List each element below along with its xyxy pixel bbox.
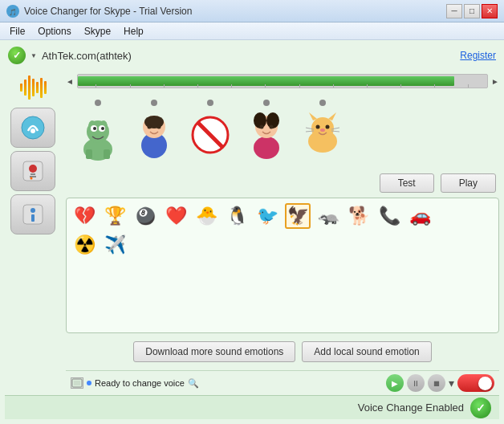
header-left: ✓ ▼ AthTek.com(athtek) <box>8 47 132 64</box>
svg-point-5 <box>29 165 37 173</box>
cat-icon <box>299 108 346 162</box>
voice-dot <box>207 100 213 106</box>
svg-rect-11 <box>31 214 35 222</box>
slider-row: ◄ <box>66 71 499 92</box>
test-button[interactable]: Test <box>380 173 434 193</box>
logo-checkmark: ✓ <box>13 50 21 61</box>
tick <box>333 84 334 88</box>
left-sidebar <box>5 71 61 395</box>
register-link[interactable]: Register <box>460 50 496 61</box>
voice-card-cat[interactable] <box>299 100 347 162</box>
tick <box>164 84 165 88</box>
voice-cards <box>66 96 499 169</box>
menu-skype[interactable]: Skype <box>78 24 117 39</box>
window-title: Voice Changer for Skype - Trial Version <box>24 6 192 17</box>
emotion-penguin[interactable]: 🐧 <box>224 203 250 229</box>
slider-ticks <box>78 84 487 88</box>
voice-changer-button[interactable] <box>10 108 55 148</box>
blocked-icon <box>187 108 234 162</box>
emotion-phone[interactable]: 📞 <box>376 203 402 229</box>
wave-bar <box>20 84 22 92</box>
tick <box>265 84 266 88</box>
emotion-skunk[interactable]: 🦡 <box>315 203 341 229</box>
tick <box>434 84 435 88</box>
sound-emotions-panel: 💔 🏆 🎱 ❤️ 🐣 🐧 🐦 🦅 🦡 <box>66 198 499 333</box>
status-icon <box>71 377 83 389</box>
tick <box>400 84 401 88</box>
status-text: Ready to change voice <box>95 378 185 388</box>
voice-toggle[interactable] <box>457 374 494 392</box>
emotion-heart[interactable]: ❤️ <box>163 203 189 229</box>
emotion-car[interactable]: 🚗 <box>407 203 433 229</box>
tick <box>197 84 198 88</box>
emotion-plane[interactable]: ✈️ <box>102 232 128 258</box>
slider-left-arrow[interactable]: ◄ <box>66 77 74 86</box>
minimize-button[interactable]: ─ <box>446 4 462 18</box>
add-local-emotion-button[interactable]: Add local sound emotion <box>302 341 431 362</box>
svg-rect-7 <box>30 176 36 177</box>
voice-card-girl[interactable] <box>242 100 291 162</box>
menu-help[interactable]: Help <box>117 24 150 39</box>
wave-bars <box>20 73 47 102</box>
content-area: ◄ <box>5 71 499 395</box>
window-controls[interactable]: ─ □ ✕ <box>446 4 498 18</box>
voice-card-human[interactable] <box>130 100 178 162</box>
tick <box>231 84 232 88</box>
slider-track[interactable] <box>77 74 488 88</box>
recorder-button[interactable] <box>10 151 55 191</box>
svg-point-34 <box>270 124 274 128</box>
emotion-biohazard[interactable]: ☢️ <box>71 232 97 258</box>
more-options-icon[interactable]: ▾ <box>449 377 454 389</box>
emotion-broken-heart[interactable]: 💔 <box>71 203 97 229</box>
svg-point-39 <box>316 124 320 128</box>
play-button[interactable]: Play <box>441 173 496 193</box>
svg-point-19 <box>101 127 104 130</box>
emotion-ball[interactable]: 🎱 <box>132 203 158 229</box>
info-button[interactable] <box>10 194 55 234</box>
maximize-button[interactable]: □ <box>464 4 480 18</box>
svg-point-26 <box>157 124 161 128</box>
username-label: AthTek.com(athtek) <box>42 50 132 62</box>
playback-controls: ▶ ⏸ ⏹ ▾ <box>386 374 494 392</box>
emotion-actions: Download more sound emotions Add local s… <box>66 338 499 365</box>
app-icon: 🎵 <box>6 5 19 18</box>
wave-bar <box>40 78 43 98</box>
girl-icon <box>243 108 290 162</box>
voice-card-dino[interactable] <box>74 100 122 162</box>
bottom-status-bar: Voice Change Enabled ✓ <box>5 395 499 419</box>
voice-dot <box>263 100 270 106</box>
wave-bar <box>24 80 26 96</box>
wave-bar <box>28 75 30 100</box>
action-buttons: Test Play <box>66 173 499 193</box>
dino-icon <box>75 108 121 162</box>
tick <box>130 84 131 88</box>
close-button[interactable]: ✕ <box>482 4 498 18</box>
menu-file[interactable]: File <box>3 24 31 39</box>
play-control-button[interactable]: ▶ <box>386 374 404 392</box>
voice-card-blocked[interactable] <box>186 100 234 162</box>
voice-dot <box>319 100 326 106</box>
stop-control-button[interactable]: ⏹ <box>428 374 445 392</box>
svg-rect-20 <box>86 149 92 159</box>
dropdown-arrow[interactable]: ▼ <box>30 52 37 59</box>
svg-point-41 <box>320 128 325 132</box>
menu-bar: File Options Skype Help <box>0 22 504 40</box>
tick <box>299 84 300 88</box>
pause-control-button[interactable]: ⏸ <box>407 374 425 392</box>
slider-right-arrow[interactable]: ► <box>491 77 499 86</box>
tick <box>468 84 469 88</box>
audio-wave-icon <box>10 71 55 104</box>
main-window: ✓ ▼ AthTek.com(athtek) Register <box>0 40 504 424</box>
voice-change-label: Voice Change Enabled <box>358 402 464 414</box>
download-emotions-button[interactable]: Download more sound emotions <box>133 341 295 362</box>
emotion-dog[interactable]: 🐕 <box>346 203 372 229</box>
menu-options[interactable]: Options <box>31 24 77 39</box>
header-row: ✓ ▼ AthTek.com(athtek) Register <box>5 45 499 66</box>
status-dot <box>87 381 91 385</box>
svg-point-29 <box>254 137 279 159</box>
emotion-chick[interactable]: 🐣 <box>193 203 219 229</box>
emotion-owl[interactable]: 🦅 <box>285 203 311 229</box>
emotion-bird[interactable]: 🐦 <box>254 203 280 229</box>
emotion-trophy[interactable]: 🏆 <box>102 203 128 229</box>
svg-point-10 <box>30 208 35 213</box>
